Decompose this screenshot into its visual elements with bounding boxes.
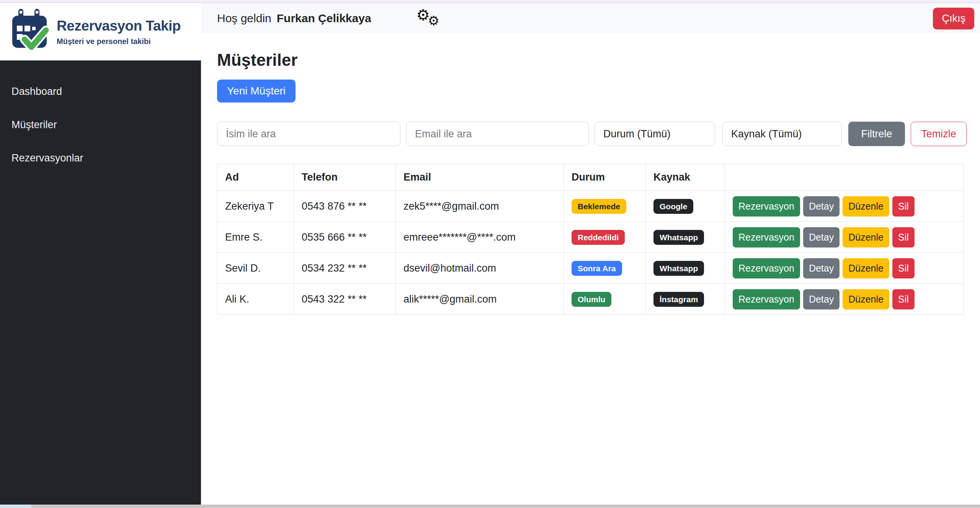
customer-source-cell: İnstagram	[646, 284, 725, 315]
topbar: Hoş geldin Furkan Çelikkaya ⚙ ⚙ Çıkış	[201, 3, 980, 34]
calendar-check-icon	[10, 7, 52, 56]
customer-source-cell: Google	[646, 191, 725, 222]
logo-title: Rezervasyon Takip	[57, 18, 181, 34]
customer-status-cell: Beklemede	[564, 191, 646, 222]
source-badge: Whatsapp	[653, 230, 704, 245]
table-body: Zekeriya T 0543 876 ** ** zek5****@gmail…	[217, 191, 964, 315]
status-filter-select[interactable]: Durum (Tümü)	[595, 122, 715, 146]
right-column: Hoş geldin Furkan Çelikkaya ⚙ ⚙ Çıkış Mü…	[201, 3, 980, 505]
column-header: Kaynak	[646, 164, 725, 191]
action-button-detay[interactable]: Detay	[803, 227, 840, 247]
filter-button[interactable]: Filtrele	[848, 122, 905, 146]
customer-phone-cell: 0543 876 ** **	[294, 191, 396, 222]
action-button-detay[interactable]: Detay	[803, 258, 840, 278]
column-header: Telefon	[294, 164, 396, 191]
customer-email-cell: alik*****@gmail.com	[396, 284, 564, 315]
action-button-sil[interactable]: Sil	[892, 258, 915, 278]
customer-source-cell: Whatsapp	[646, 253, 725, 284]
username-text: Furkan Çelikkaya	[277, 12, 371, 25]
email-search-input[interactable]	[406, 122, 589, 146]
logo-text: Rezervasyon Takip Müşteri ve personel ta…	[57, 18, 181, 46]
customer-status-cell: Olumlu	[564, 284, 646, 315]
source-filter-select[interactable]: Kaynak (Tümü)	[722, 122, 842, 146]
column-header: Durum	[564, 164, 646, 191]
sidebar-item-musteriler[interactable]: Müşteriler	[0, 108, 201, 142]
main-content: Müşteriler Yeni Müşteri Durum (Tümü) Kay…	[201, 34, 980, 315]
left-column: Rezervasyon Takip Müşteri ve personel ta…	[0, 3, 201, 505]
action-button-sil[interactable]: Sil	[892, 227, 915, 247]
customer-phone-cell: 0534 232 ** **	[294, 253, 396, 284]
customer-name-cell: Sevil D.	[217, 253, 294, 284]
status-badge: Sonra Ara	[572, 261, 622, 276]
status-badge: Beklemede	[572, 199, 626, 214]
logo[interactable]: Rezervasyon Takip Müşteri ve personel ta…	[0, 3, 201, 60]
clear-button[interactable]: Temizle	[911, 122, 967, 146]
customer-email-cell: dsevil@hotmail.com	[396, 253, 564, 284]
status-badge: Olumlu	[572, 292, 611, 307]
action-button-rezervasyon[interactable]: Rezervasyon	[733, 258, 800, 278]
action-button-detay[interactable]: Detay	[803, 289, 840, 309]
source-badge: Whatsapp	[653, 261, 704, 276]
action-button-sil[interactable]: Sil	[892, 196, 915, 217]
row-actions-cell: RezervasyonDetayDüzenleSil	[725, 191, 964, 222]
greeting-text: Hoş geldin	[217, 12, 271, 25]
customer-email-cell: zek5****@gmail.com	[396, 191, 564, 222]
action-button-sil[interactable]: Sil	[892, 289, 915, 309]
customer-phone-cell: 0543 322 ** **	[294, 284, 396, 315]
customer-name-cell: Zekeriya T	[217, 191, 294, 222]
logout-button[interactable]: Çıkış	[933, 8, 974, 29]
action-button-duzenle[interactable]: Düzenle	[843, 289, 889, 309]
action-button-duzenle[interactable]: Düzenle	[843, 227, 889, 247]
status-badge: Reddedildi	[572, 230, 625, 245]
sidebar-item-rezervasyonlar[interactable]: Rezervasyonlar	[0, 142, 201, 175]
customer-phone-cell: 0535 666 ** **	[294, 222, 396, 253]
action-button-rezervasyon[interactable]: Rezervasyon	[733, 289, 800, 309]
row-actions-cell: RezervasyonDetayDüzenleSil	[725, 284, 964, 315]
top-accent-bar	[0, 0, 980, 3]
action-button-duzenle[interactable]: Düzenle	[843, 196, 889, 217]
row-actions-cell: RezervasyonDetayDüzenleSil	[725, 253, 964, 284]
customer-status-cell: Sonra Ara	[564, 253, 646, 284]
horizontal-scrollbar-thumb[interactable]	[0, 505, 31, 508]
column-header	[725, 164, 964, 191]
source-badge: Google	[653, 199, 693, 214]
source-badge: İnstagram	[653, 292, 704, 307]
customer-name-cell: Ali K.	[217, 284, 294, 315]
logo-tagline: Müşteri ve personel takibi	[57, 37, 181, 46]
app-root: Rezervasyon Takip Müşteri ve personel ta…	[0, 3, 980, 505]
column-header: Email	[396, 164, 564, 191]
sidebar: Dashboard Müşteriler Rezervasyonlar	[0, 60, 201, 505]
action-button-duzenle[interactable]: Düzenle	[843, 258, 889, 278]
page-title: Müşteriler	[217, 50, 967, 70]
table-header-row: AdTelefonEmailDurumKaynak	[217, 164, 964, 191]
table-row: Sevil D. 0534 232 ** ** dsevil@hotmail.c…	[217, 253, 964, 284]
action-button-rezervasyon[interactable]: Rezervasyon	[733, 196, 800, 217]
customers-table: AdTelefonEmailDurumKaynak Zekeriya T 054…	[217, 164, 964, 315]
table-row: Ali K. 0543 322 ** ** alik*****@gmail.co…	[217, 284, 964, 315]
customer-email-cell: emreee*******@****.com	[396, 222, 564, 253]
horizontal-scrollbar[interactable]	[0, 505, 980, 508]
new-customer-button[interactable]: Yeni Müşteri	[217, 80, 296, 103]
row-actions-cell: RezervasyonDetayDüzenleSil	[725, 222, 964, 253]
gear-small-icon: ⚙	[428, 13, 439, 28]
name-search-input[interactable]	[217, 122, 400, 146]
filter-row: Durum (Tümü) Kaynak (Tümü) Filtrele Temi…	[217, 122, 967, 146]
action-button-detay[interactable]: Detay	[803, 196, 840, 217]
table-row: Zekeriya T 0543 876 ** ** zek5****@gmail…	[217, 191, 964, 222]
gears-icon[interactable]: ⚙ ⚙	[416, 7, 446, 30]
sidebar-item-dashboard[interactable]: Dashboard	[0, 75, 201, 108]
table-row: Emre S. 0535 666 ** ** emreee*******@***…	[217, 222, 964, 253]
action-button-rezervasyon[interactable]: Rezervasyon	[733, 227, 800, 247]
customer-source-cell: Whatsapp	[646, 222, 725, 253]
column-header: Ad	[217, 164, 294, 191]
customer-name-cell: Emre S.	[217, 222, 294, 253]
customer-status-cell: Reddedildi	[564, 222, 646, 253]
